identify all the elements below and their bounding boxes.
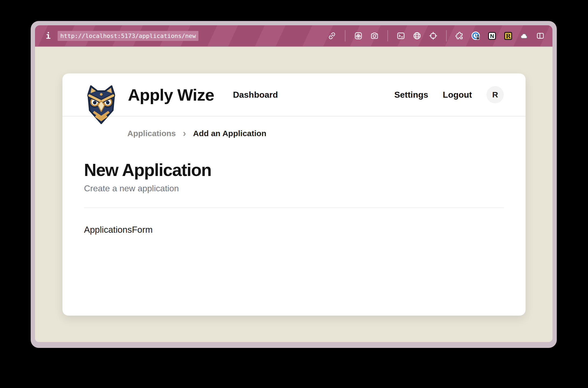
onepassword-icon[interactable] [471, 31, 481, 41]
crosshair-icon[interactable] [428, 31, 438, 41]
app-header: Apply Wize Dashboard Settings Logout R [62, 73, 526, 117]
user-avatar[interactable]: R [486, 86, 504, 103]
link-icon[interactable] [327, 31, 337, 41]
cloud-icon[interactable] [519, 31, 529, 41]
browser-window: i http://localhost:5173/applications/new [31, 21, 557, 348]
globe-icon[interactable] [412, 31, 422, 41]
terminal-icon[interactable] [396, 31, 406, 41]
app-card: Apply Wize Dashboard Settings Logout R A… [62, 73, 526, 316]
info-icon[interactable]: i [46, 31, 51, 41]
owl-logo[interactable] [83, 84, 120, 125]
photos-icon[interactable] [353, 31, 363, 41]
extensions-puzzle-icon[interactable] [454, 31, 465, 41]
header-actions: Settings Logout R [394, 86, 504, 103]
r-extension-icon[interactable]: R [503, 31, 513, 41]
breadcrumb-applications-link[interactable]: Applications [127, 129, 176, 138]
applications-form-placeholder: ApplicationsForm [84, 225, 504, 235]
notion-icon[interactable]: N [487, 31, 497, 41]
breadcrumb: Applications › Add an Application [62, 117, 526, 138]
url-input[interactable]: http://localhost:5173/applications/new [58, 31, 198, 41]
camera-icon[interactable] [369, 31, 380, 41]
toolbar-divider [387, 30, 388, 41]
content-divider [84, 207, 504, 208]
chevron-right-icon: › [183, 129, 186, 137]
nav-dashboard-link[interactable]: Dashboard [233, 90, 278, 100]
split-view-icon[interactable] [535, 31, 545, 41]
logout-link[interactable]: Logout [443, 90, 472, 100]
page-title: New Application [84, 161, 504, 179]
toolbar-icon-group: N R [327, 30, 545, 41]
browser-toolbar: i http://localhost:5173/applications/new [35, 25, 552, 47]
notion-letter: N [490, 33, 494, 39]
breadcrumb-current: Add an Application [193, 129, 266, 138]
toolbar-divider [446, 30, 447, 41]
settings-link[interactable]: Settings [394, 90, 428, 100]
main-content: New Application Create a new application… [62, 161, 526, 235]
desktop: { "browser": { "info_icon_glyph": "i", "… [0, 0, 588, 388]
brand-title[interactable]: Apply Wize [128, 85, 214, 104]
page-background: Apply Wize Dashboard Settings Logout R A… [35, 47, 552, 342]
r-extension-letter: R [506, 32, 511, 39]
toolbar-divider [345, 30, 345, 41]
page-subtitle: Create a new application [84, 184, 504, 193]
